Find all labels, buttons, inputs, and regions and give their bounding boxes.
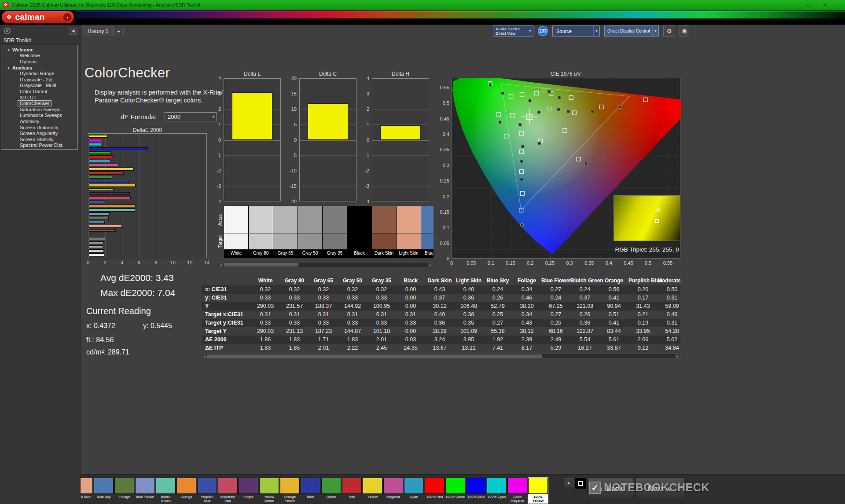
logo-menu-caret-icon[interactable]: ▾ xyxy=(63,13,71,21)
expander-icon[interactable]: ▲ xyxy=(7,48,10,51)
sidebar-item-welcome[interactable]: ▲Welcome xyxy=(1,47,77,53)
row-header: Target Y xyxy=(202,327,251,336)
de2000-bar-blue xyxy=(88,180,129,183)
patch-button-label: 100% Blue xyxy=(466,495,486,503)
sidebar-item-additivity[interactable]: Additivity xyxy=(1,118,77,124)
patch-button-orange[interactable]: Orange xyxy=(176,477,197,504)
display-control-select[interactable]: Direct Display Control ▼ xyxy=(604,26,659,37)
patch-button-purplish-blue[interactable]: Purplish Blue xyxy=(197,477,217,504)
scroll-right-icon[interactable]: ► xyxy=(428,263,433,267)
scroll-left-icon[interactable]: ◄ xyxy=(218,263,223,267)
patch-strip-scrollbar[interactable]: ◄ ► xyxy=(218,262,434,267)
patch-button-light-skin[interactable]: Light Skin xyxy=(81,477,93,504)
axis-tick: 4 xyxy=(367,76,369,81)
patch-button-label: Blue Sky xyxy=(94,495,114,503)
patch-button-blue-sky[interactable]: Blue Sky xyxy=(93,477,114,504)
patch-button-red[interactable]: Red xyxy=(342,477,362,504)
close-button[interactable]: ✕ xyxy=(817,0,833,10)
sidebar-item-saturation-sweeps[interactable]: Saturation Sweeps xyxy=(1,106,77,113)
patch-gray-80[interactable]: Gray 80 xyxy=(249,206,273,258)
patch-blue-sky[interactable]: Blue Sky xyxy=(421,206,434,258)
patch-button-orange-yellow[interactable]: Orange Yellow xyxy=(279,477,300,504)
de-formula-select[interactable]: 2000 ▼ xyxy=(165,112,217,121)
patch-swatch xyxy=(239,478,258,494)
patch-button-label: Yellow Green xyxy=(259,495,279,503)
patch-dark-skin[interactable]: Dark Skin xyxy=(372,206,397,258)
sidebar-item-options[interactable]: Options xyxy=(1,58,77,65)
sidebar-item-grayscale-2pt[interactable]: Grayscale - 2pt xyxy=(1,77,77,83)
patch-label: Gray 65 xyxy=(273,249,298,257)
patch-gray-35[interactable]: Gray 35 xyxy=(323,206,347,258)
patch-button-100-green[interactable]: 100% Green xyxy=(445,477,466,504)
sidebar-handle-icon[interactable] xyxy=(4,28,11,34)
table-cell: 16.27 xyxy=(570,344,599,352)
sidebar-item-welcome[interactable]: Welcome xyxy=(1,53,77,59)
expander-icon[interactable]: ▲ xyxy=(7,66,10,69)
patch-button-yellow[interactable]: Yellow xyxy=(362,477,383,504)
add-tab-button[interactable]: + xyxy=(114,28,124,36)
tab-history-1[interactable]: History 1 xyxy=(82,26,114,36)
patch-gray-65[interactable]: Gray 65 xyxy=(273,206,298,258)
source-select[interactable]: Source ▼ xyxy=(552,26,600,37)
sidebar-collapse-button[interactable]: ◀ xyxy=(69,27,77,35)
patch-actual-swatch xyxy=(421,206,434,233)
patch-button-cyan[interactable]: Cyan xyxy=(404,477,424,504)
patch-button-100-cyan[interactable]: 100% Cyan xyxy=(486,477,507,504)
patch-button-moderate-red[interactable]: Moderate Red xyxy=(217,477,238,504)
sidebar-item-3d-lut[interactable]: 3D LUT xyxy=(1,95,77,101)
sidebar-item-spectral-power-dist[interactable]: Spectral Power Dist. xyxy=(1,142,77,149)
scrollbar-thumb[interactable] xyxy=(224,263,298,267)
axis-tick: 0.45 xyxy=(440,116,449,121)
scrollbar-thumb[interactable] xyxy=(207,354,542,358)
patch-button-100-yellow[interactable]: 100% Yellow xyxy=(528,477,548,504)
sidebar-item-analysis[interactable]: ▲Analysis xyxy=(1,65,77,71)
next-button[interactable]: Next » xyxy=(635,477,684,500)
sidebar-item-grayscale-multi[interactable]: Grayscale - Multi xyxy=(1,83,77,89)
patch-button-100-magenta[interactable]: 100% Magenta xyxy=(507,477,528,504)
patch-gray-50[interactable]: Gray 50 xyxy=(298,206,323,258)
sidebar-item-luminance-sweeps[interactable]: Luminance Sweeps xyxy=(1,113,77,119)
table-cell: 0.31 xyxy=(309,310,338,319)
sidebar-item-screen-angularity[interactable]: Screen Angularity xyxy=(1,130,77,136)
patch-button-100-blue[interactable]: 100% Blue xyxy=(466,477,486,504)
sidebar-item-screen-stability[interactable]: Screen Stability xyxy=(1,136,77,142)
scroll-left-icon[interactable]: ◄ xyxy=(202,354,207,358)
table-cell: 0.00 xyxy=(396,285,425,294)
expand-panel-button[interactable]: ▲ xyxy=(564,478,573,487)
patch-button-100-red[interactable]: 100% Red xyxy=(424,477,445,504)
patch-button-blue[interactable]: Blue xyxy=(300,477,321,504)
de2000-bar-gray-65 xyxy=(88,245,103,248)
cie-panel: CIE 1976 u'v' 00.050.10.150.20.250.30.35… xyxy=(438,68,690,275)
cie-zoom-inset xyxy=(614,195,680,241)
measured-marker xyxy=(489,84,492,87)
sidebar-item-colorchecker[interactable]: ColorChecker xyxy=(1,100,77,106)
axis-tick: 0 xyxy=(450,260,453,266)
calman-logo[interactable]: ❖ calman ▾ xyxy=(2,11,74,23)
patch-button-magenta[interactable]: Magenta xyxy=(383,477,404,504)
patch-white[interactable]: White xyxy=(224,206,249,258)
workspace-layout-button[interactable]: ▣ xyxy=(680,26,689,37)
meter-count-badge[interactable]: 233 xyxy=(538,26,548,36)
patch-button-green[interactable]: Green xyxy=(321,477,342,504)
patch-black[interactable]: Black xyxy=(347,206,372,258)
sidebar-item-screen-uniformity[interactable]: Screen Uniformity xyxy=(1,124,77,131)
table-scrollbar[interactable]: ◄ ► xyxy=(202,354,680,359)
table-cell: 0.24 xyxy=(541,294,570,302)
minimize-button[interactable]: ─ xyxy=(785,0,801,10)
patch-button-blue-flower[interactable]: Blue Flower xyxy=(135,477,155,504)
patch-button-bluish-green[interactable]: Bluish Green xyxy=(155,477,176,504)
patch-button-purple[interactable]: Purple xyxy=(238,477,259,504)
patch-label: Gray 50 xyxy=(298,249,322,257)
patch-button-yellow-green[interactable]: Yellow Green xyxy=(259,477,279,504)
scroll-right-icon[interactable]: ► xyxy=(675,354,680,358)
table-cell: 0.21 xyxy=(628,310,658,319)
stop-button[interactable] xyxy=(575,478,586,489)
sidebar-item-dynamic-range[interactable]: Dynamic Range xyxy=(1,70,77,77)
patch-light-skin[interactable]: Light Skin xyxy=(397,206,421,258)
sidebar-item-color-gamut[interactable]: Color Gamut xyxy=(1,88,77,95)
meter-select[interactable]: X-Rite i1Pro 2 Direct View ▼ xyxy=(493,26,533,37)
back-button[interactable]: « Back xyxy=(588,477,633,500)
maximize-button[interactable]: □ xyxy=(801,0,817,10)
patch-button-foliage[interactable]: Foliage xyxy=(114,477,135,504)
settings-gear-button[interactable]: ⚙ xyxy=(663,26,675,37)
